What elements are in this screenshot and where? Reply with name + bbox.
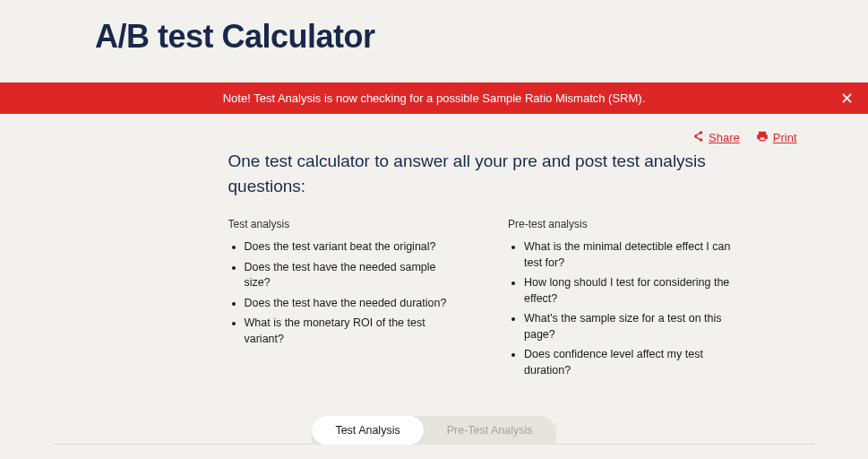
print-icon xyxy=(756,130,769,145)
tabs-container: Test Analysis Pre-Test Analysis xyxy=(54,415,815,445)
list-item: Does confidence level affect my test dur… xyxy=(524,347,743,378)
list-item: Does the test have the needed duration? xyxy=(245,296,464,312)
alert-text: Note! Test Analysis is now checking for … xyxy=(223,91,646,105)
list-item: What is the minimal detectible effect I … xyxy=(524,239,743,271)
share-button[interactable]: Share xyxy=(692,130,740,145)
col-test-analysis: Test analysis Does the test variant beat… xyxy=(228,218,464,383)
list-item: How long should I test for considering t… xyxy=(524,275,743,307)
list-item: What's the sample size for a test on thi… xyxy=(524,311,743,342)
col-heading-a: Test analysis xyxy=(228,218,464,230)
intro-section: One test calculator to answer all your p… xyxy=(107,149,761,383)
share-icon xyxy=(692,130,704,145)
tab-pretest-analysis[interactable]: Pre-Test Analysis xyxy=(424,416,556,445)
action-bar: Share Print xyxy=(54,114,815,145)
tab-test-analysis[interactable]: Test Analysis xyxy=(312,416,423,445)
print-label: Print xyxy=(773,131,797,144)
dummy-data-row: To explore calculator without real test … xyxy=(0,445,868,459)
page-title: A/B test Calculator xyxy=(95,18,868,56)
list-item: Does the test variant beat the original? xyxy=(245,239,464,255)
print-button[interactable]: Print xyxy=(756,130,797,145)
close-icon[interactable] xyxy=(842,92,852,105)
intro-heading: One test calculator to answer all your p… xyxy=(228,149,743,198)
alert-bar: Note! Test Analysis is now checking for … xyxy=(0,82,868,114)
list-item: What is the monetary ROI of the test var… xyxy=(245,316,464,347)
col-heading-b: Pre-test analysis xyxy=(508,218,743,230)
page-header: A/B test Calculator xyxy=(0,0,868,82)
share-label: Share xyxy=(709,131,740,144)
col-pretest-analysis: Pre-test analysis What is the minimal de… xyxy=(508,218,743,383)
list-item: Does the test have the needed sample siz… xyxy=(245,260,464,291)
